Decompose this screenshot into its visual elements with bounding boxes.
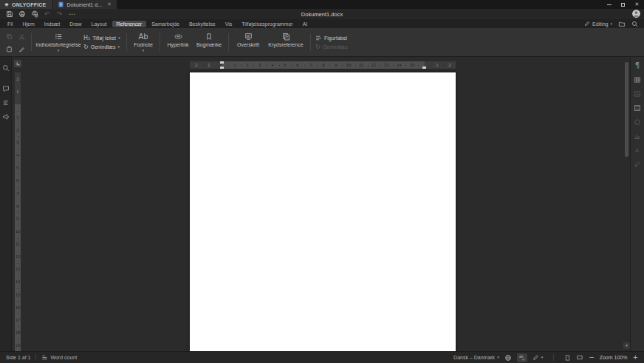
status-divider [35,354,36,361]
scrollbar-thumb[interactable] [625,62,628,157]
ribbon-references: Indholdsfortegnelse ▾ H₁ Tilføj tekst ▾ … [0,28,644,57]
tab-ai[interactable]: AI [298,21,312,27]
tab-referencer[interactable]: Referencer [112,21,147,27]
main-menu-button[interactable]: ONLYOFFICE [0,0,52,9]
copy-icon[interactable] [6,33,13,40]
ruler-number: 8 [15,204,21,209]
table-of-contents-label: Indholdsfortegnelse [35,42,80,48]
chevron-down-icon: ▾ [143,49,145,52]
tab-draw[interactable]: Draw [65,21,86,27]
left-indent-marker[interactable] [220,67,224,69]
ribbon-divider [228,33,229,51]
zoom-in-button[interactable]: + [632,354,638,361]
ruler-tick [304,65,305,66]
customize-quick-access-button[interactable]: ⋯ [66,10,78,18]
tab-beskyttelse[interactable]: Beskyttelse [185,21,220,27]
tab-stop-selector[interactable] [14,60,21,67]
quick-print-button[interactable] [29,10,40,18]
search-icon[interactable] [631,21,638,27]
ruler-tick [18,276,18,277]
close-tab-icon[interactable]: ✕ [107,1,112,7]
tab-fil[interactable]: Fil [3,21,17,27]
ruler-tick [18,251,18,251]
cut-icon[interactable] [18,33,25,40]
ruler-number: 17 [15,318,21,323]
hyperlink-button[interactable]: Hyperlink [163,30,193,55]
vertical-scrollbar[interactable] [624,58,629,350]
horizontal-ruler[interactable]: 2112345678910111213141512 [190,61,456,69]
spell-check-toggle[interactable]: ab [517,353,527,362]
document-language-globe-icon[interactable] [504,354,512,362]
table-of-figures-button[interactable]: Figurtabel [315,35,355,41]
undo-button[interactable]: ↶ [41,10,52,18]
maximize-button[interactable] [616,0,630,9]
caption-label: Overskrift [237,42,259,48]
table-of-contents-button[interactable]: Indholdsfortegnelse ▾ [35,30,82,55]
svg-text:A: A [634,146,639,153]
document-page[interactable] [190,72,456,351]
navigation-panel-icon[interactable] [1,98,10,106]
right-indent-marker[interactable] [422,67,426,69]
paragraph-settings-icon[interactable]: ¶ [634,61,642,69]
refresh-table-of-figures-button[interactable]: ↻ Genindlæs [315,44,355,50]
save-button[interactable] [4,10,15,18]
chevron-down-icon: ▾ [58,49,60,52]
feedback-support-icon[interactable] [1,112,10,121]
tab-layout[interactable]: Layout [86,21,111,27]
scroll-down-button[interactable]: ▾ [623,342,630,349]
refresh-toc-label: Genindlæs [91,44,116,50]
add-text-icon: H₁ [83,35,90,41]
bookmark-button[interactable]: Bogmærke [193,30,225,55]
ruler-number: 6 [15,178,21,183]
zoom-out-button[interactable]: − [589,354,595,361]
footnote-button[interactable]: Ab Fodnote ▾ [130,30,157,55]
tab-indsaet[interactable]: Indsæt [40,21,64,27]
vertical-ruler[interactable]: 2112345678910111213141516171819 [15,72,21,351]
track-changes-pen-icon [532,354,539,361]
editing-mode-selector[interactable]: Editing ▾ [584,21,612,27]
tab-tilfoejelsesprogrammer[interactable]: Tilføjelsesprogrammer [237,21,297,27]
image-settings-icon[interactable] [634,89,642,98]
table-of-figures-icon [315,35,322,41]
tab-samarbejde[interactable]: Samarbejde [147,21,184,27]
paste-icon[interactable] [6,46,13,52]
tab-hjem[interactable]: Hjem [18,21,38,27]
refresh-toc-button[interactable]: ↻ Genindlæs ▾ [83,44,122,50]
ruler-number: 3 [15,140,21,146]
copy-style-icon[interactable] [18,46,25,52]
page-indicator[interactable]: Side 1 af 1 [6,355,30,360]
ruler-tick [317,65,318,66]
redo-button[interactable]: ↷ [54,10,65,18]
ruler-number: 12 [15,254,21,259]
search-panel-icon[interactable] [1,64,10,72]
word-count-button[interactable]: Word count [41,354,77,361]
close-window-button[interactable]: ✕ [630,0,644,9]
language-selector[interactable]: Dansk – Danmark ▾ [453,355,499,360]
first-line-indent-marker[interactable] [220,61,224,64]
fit-width-icon[interactable] [576,354,583,361]
text-art-settings-icon[interactable]: A [634,146,642,154]
shape-settings-icon[interactable] [634,118,642,126]
user-avatar[interactable] [632,10,640,18]
ruler-tick [393,65,394,66]
comments-panel-icon[interactable] [1,84,10,92]
ruler-tick [18,98,18,99]
minimize-button[interactable] [602,0,616,9]
add-text-button[interactable]: H₁ Tilføj tekst ▾ [83,35,122,41]
fit-page-icon[interactable] [564,354,571,362]
document-tab[interactable]: Dokument1 d... ✕ [53,0,116,9]
tab-vis[interactable]: Vis [221,21,237,27]
ruler-tick [405,65,406,66]
signature-settings-icon[interactable] [634,160,642,168]
track-changes-button[interactable]: ▾ [532,354,544,361]
chevron-down-icon: ▾ [118,45,120,49]
left-toolbar [0,57,12,351]
caption-button[interactable]: Overskrift [232,30,264,55]
header-footer-settings-icon[interactable] [634,104,642,112]
open-file-location-icon[interactable] [618,21,626,27]
cross-reference-button[interactable]: Krydsreference [264,30,307,55]
chart-settings-icon[interactable] [634,132,642,140]
print-button[interactable] [16,10,27,18]
table-settings-icon[interactable] [634,75,642,84]
chevron-down-icon: ▾ [626,344,628,347]
